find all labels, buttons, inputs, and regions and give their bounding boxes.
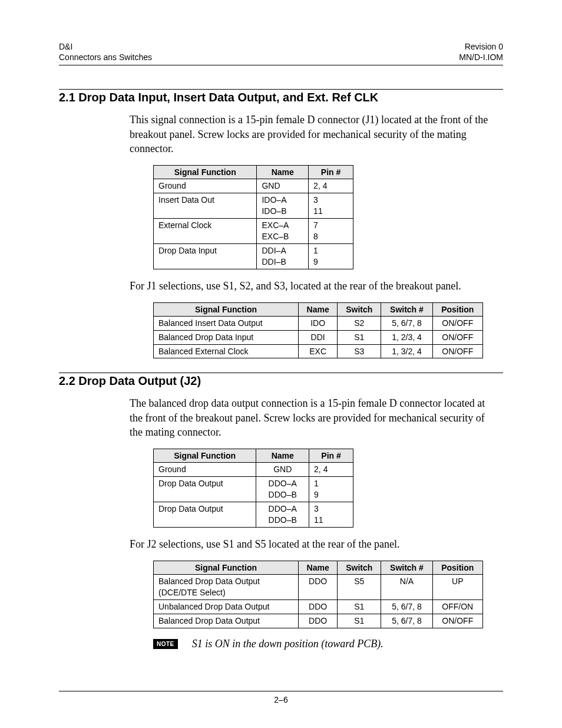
table-row: Balanced Drop Data InputDDIS11, 2/3, 4ON…: [154, 330, 483, 344]
table-cell: External Clock: [154, 218, 257, 243]
table-cell: Unbalanced Drop Data Output: [154, 599, 299, 614]
table-cell: S2: [338, 316, 381, 330]
table-row: Drop Data OutputDDO–ADDO–B19: [154, 477, 353, 502]
th: Switch: [338, 302, 381, 316]
table-j1-pins: Signal Function Name Pin # GroundGND2, 4…: [153, 165, 353, 269]
table-cell: Balanced Drop Data Output: [154, 614, 299, 628]
tbody-j2-switches: Balanced Drop Data Output(DCE/DTE Select…: [154, 575, 483, 628]
tbody-j1-pins: GroundGND2, 4Insert Data OutIDO–AIDO–B31…: [154, 179, 353, 269]
table-cell: S1: [338, 330, 381, 344]
table-cell: GND: [256, 463, 309, 477]
table-cell: GND: [257, 179, 309, 193]
th: Signal Function: [154, 166, 257, 179]
table-cell: 1, 3/2, 4: [381, 344, 432, 358]
th: Switch: [338, 561, 381, 575]
section-rule-2-2: [59, 373, 503, 373]
th: Signal Function: [154, 561, 299, 575]
table-cell: 5, 6/7, 8: [381, 614, 432, 628]
table-cell: EXC–AEXC–B: [257, 218, 309, 243]
table-cell: DDI–ADDI–B: [257, 243, 309, 269]
table-cell: DDI: [299, 330, 338, 344]
table-row: GroundGND2, 4: [154, 463, 353, 477]
table-cell: DDO–ADDO–B: [256, 502, 309, 528]
table-cell: S5: [338, 575, 381, 600]
para-j1-mid: For J1 selections, use S1, S2, and S3, l…: [130, 279, 497, 293]
table-cell: 311: [309, 502, 353, 528]
table-cell: 5, 6/7, 8: [381, 599, 432, 614]
table-cell: UP: [432, 575, 482, 600]
note-row: NOTE S1 is ON in the down position (towa…: [153, 638, 497, 650]
table-cell: OFF/ON: [432, 599, 482, 614]
tbody-j2-pins: GroundGND2, 4Drop Data OutputDDO–ADDO–B1…: [154, 463, 353, 527]
th: Name: [299, 561, 338, 575]
table-cell: EXC: [299, 344, 338, 358]
table-j2-switches: Signal Function Name Switch Switch # Pos…: [153, 561, 483, 628]
page-header: D&I Revision 0 Connectors ans Switches M…: [59, 41, 503, 65]
tbody-j1-switches: Balanced Insert Data OutputIDOS25, 6/7, …: [154, 316, 483, 358]
table-cell: 19: [309, 477, 353, 502]
table-j2-pins: Signal Function Name Pin # GroundGND2, 4…: [153, 449, 353, 527]
heading-2-2: 2.2 Drop Data Output (J2): [59, 374, 503, 388]
page-footer: 2–6: [0, 691, 562, 704]
table-cell: 5, 6/7, 8: [381, 316, 432, 330]
table-cell: 1, 2/3, 4: [381, 330, 432, 344]
header-right-2: MN/D-I.IOM: [459, 52, 503, 62]
th: Pin #: [309, 166, 353, 179]
table-row: Balanced External ClockEXCS31, 3/2, 4ON/…: [154, 344, 483, 358]
th: Switch #: [381, 561, 432, 575]
table-cell: S3: [338, 344, 381, 358]
table-cell: IDO–AIDO–B: [257, 193, 309, 219]
table-cell: Drop Data Input: [154, 243, 257, 269]
table-cell: DDO: [299, 599, 338, 614]
table-cell: S1: [338, 614, 381, 628]
table-row: Unbalanced Drop Data OutputDDOS15, 6/7, …: [154, 599, 483, 614]
table-row: GroundGND2, 4: [154, 179, 353, 193]
table-cell: ON/OFF: [432, 330, 482, 344]
header-rule: [59, 65, 503, 65]
note-text: S1 is ON in the down position (toward PC…: [192, 638, 384, 650]
para-j2-mid: For J2 selections, use S1 and S5 located…: [130, 537, 497, 551]
th: Name: [256, 449, 309, 463]
table-cell: DDO: [299, 614, 338, 628]
table-cell: 78: [309, 218, 353, 243]
th: Name: [299, 302, 338, 316]
table-cell: IDO: [299, 316, 338, 330]
table-row: Insert Data OutIDO–AIDO–B311: [154, 193, 353, 219]
table-cell: DDO: [299, 575, 338, 600]
table-cell: Balanced Drop Data Input: [154, 330, 299, 344]
heading-2-1: 2.1 Drop Data Input, Insert Data Output,…: [59, 91, 503, 104]
header-left-2: Connectors ans Switches: [59, 52, 152, 62]
table-row: Balanced Insert Data OutputIDOS25, 6/7, …: [154, 316, 483, 330]
table-cell: 311: [309, 193, 353, 219]
table-cell: Balanced External Clock: [154, 344, 299, 358]
table-cell: ON/OFF: [432, 316, 482, 330]
table-cell: Ground: [154, 463, 256, 477]
table-cell: 2, 4: [309, 179, 353, 193]
th: Pin #: [309, 449, 353, 463]
th: Name: [257, 166, 309, 179]
table-cell: 2, 4: [309, 463, 353, 477]
table-cell: Drop Data Output: [154, 477, 256, 502]
table-row: Drop Data OutputDDO–ADDO–B311: [154, 502, 353, 528]
table-cell: Insert Data Out: [154, 193, 257, 219]
table-cell: 19: [309, 243, 353, 269]
footer-rule: [59, 691, 503, 691]
table-cell: Ground: [154, 179, 257, 193]
th: Position: [432, 302, 482, 316]
th: Position: [432, 561, 482, 575]
table-j1-switches: Signal Function Name Switch Switch # Pos…: [153, 302, 483, 359]
header-right-1: Revision 0: [465, 41, 503, 52]
table-cell: S1: [338, 599, 381, 614]
page-number: 2–6: [274, 695, 287, 704]
table-row: External ClockEXC–AEXC–B78: [154, 218, 353, 243]
table-cell: ON/OFF: [432, 614, 482, 628]
section-rule-2-1: [59, 89, 503, 90]
table-cell: Balanced Insert Data Output: [154, 316, 299, 330]
table-cell: ON/OFF: [432, 344, 482, 358]
table-cell: Balanced Drop Data Output(DCE/DTE Select…: [154, 575, 299, 600]
para-2-1: This signal connection is a 15-pin femal…: [130, 113, 497, 156]
th: Signal Function: [154, 449, 256, 463]
note-badge-icon: NOTE: [153, 639, 178, 649]
table-row: Balanced Drop Data OutputDDOS15, 6/7, 8O…: [154, 614, 483, 628]
th: Signal Function: [154, 302, 299, 316]
